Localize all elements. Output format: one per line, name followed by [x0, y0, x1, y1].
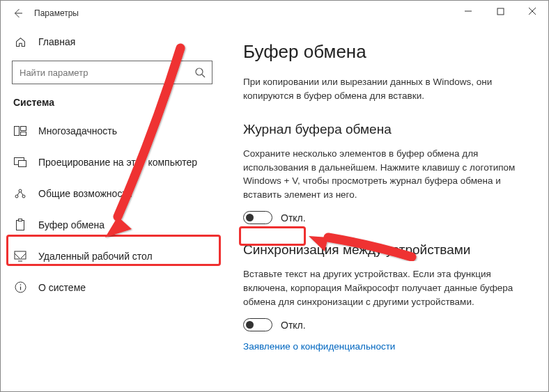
nav-label: О системе: [38, 282, 86, 293]
window-controls: [452, 1, 548, 22]
close-button[interactable]: [516, 1, 548, 22]
search-wrap: [12, 61, 212, 84]
search-icon: [194, 67, 206, 78]
info-icon: [13, 281, 27, 293]
home-label: Главная: [38, 36, 75, 47]
history-toggle-label: Откл.: [281, 212, 306, 224]
svg-point-4: [196, 68, 203, 75]
privacy-link[interactable]: Заявление о конфиденциальности: [243, 341, 529, 352]
back-button[interactable]: [6, 2, 29, 24]
nav-label: Многозадачность: [38, 125, 117, 136]
maximize-button[interactable]: [484, 1, 516, 22]
nav-label: Общие возможности: [38, 188, 132, 199]
close-icon: [528, 7, 536, 15]
multitasking-icon: [13, 126, 27, 136]
search-input[interactable]: [12, 61, 212, 84]
svg-rect-10: [19, 160, 26, 166]
sidebar-item-remote[interactable]: Удаленный рабочий стол: [1, 240, 224, 272]
sidebar-item-projecting[interactable]: Проецирование на этот компьютер: [1, 146, 224, 178]
sidebar-item-clipboard[interactable]: Буфер обмена: [1, 209, 224, 240]
svg-rect-1: [497, 8, 504, 15]
svg-point-13: [22, 195, 25, 198]
history-title: Журнал буфера обмена: [243, 122, 529, 137]
history-toggle-row: Откл.: [243, 211, 529, 224]
sync-toggle[interactable]: [243, 318, 272, 331]
projecting-icon: [13, 157, 27, 167]
sync-desc: Вставьте текст на других устройствах. Ес…: [243, 267, 529, 308]
svg-point-12: [19, 189, 22, 192]
sidebar: Главная Система Многозадачность: [1, 26, 224, 391]
history-toggle[interactable]: [243, 211, 272, 224]
shared-icon: [13, 188, 27, 199]
toggle-knob: [246, 321, 254, 329]
arrow-left-icon: [12, 8, 23, 19]
clipboard-icon: [13, 219, 27, 231]
toggle-knob: [246, 214, 254, 221]
intro-text: При копировании или вырезании данных в W…: [243, 75, 529, 102]
nav-label: Проецирование на этот компьютер: [38, 157, 197, 168]
nav-label: Буфер обмена: [38, 219, 105, 230]
section-header: Система: [1, 93, 224, 115]
sync-toggle-row: Откл.: [243, 318, 529, 331]
settings-window: Параметры Главная: [0, 0, 549, 392]
svg-point-21: [20, 284, 21, 285]
sidebar-item-about[interactable]: О системе: [1, 272, 224, 303]
svg-rect-14: [17, 220, 24, 230]
sidebar-item-multitasking[interactable]: Многозадачность: [1, 115, 224, 146]
maximize-icon: [497, 8, 504, 15]
titlebar: Параметры: [1, 1, 548, 26]
body: Главная Система Многозадачность: [1, 26, 548, 391]
page-title: Буфер обмена: [243, 41, 529, 63]
svg-point-11: [15, 195, 18, 198]
svg-rect-6: [15, 126, 20, 135]
home-icon: [13, 36, 27, 48]
remote-desktop-icon: [13, 251, 27, 262]
history-desc: Сохраните несколько элементов в буфер об…: [243, 147, 529, 201]
minimize-button[interactable]: [452, 1, 484, 22]
svg-line-19: [21, 253, 26, 258]
sync-toggle-label: Откл.: [281, 320, 306, 331]
svg-rect-7: [21, 126, 26, 130]
home-button[interactable]: Главная: [1, 29, 224, 55]
svg-line-5: [202, 75, 205, 77]
minimize-icon: [464, 7, 472, 15]
svg-line-18: [15, 253, 20, 258]
content-pane: Буфер обмена При копировании или вырезан…: [224, 26, 548, 391]
nav-label: Удаленный рабочий стол: [38, 251, 153, 262]
sidebar-item-shared[interactable]: Общие возможности: [1, 178, 224, 209]
svg-rect-15: [19, 219, 22, 221]
sync-title: Синхронизация между устройствами: [243, 242, 529, 258]
svg-rect-8: [21, 132, 26, 135]
app-title: Параметры: [34, 8, 79, 18]
